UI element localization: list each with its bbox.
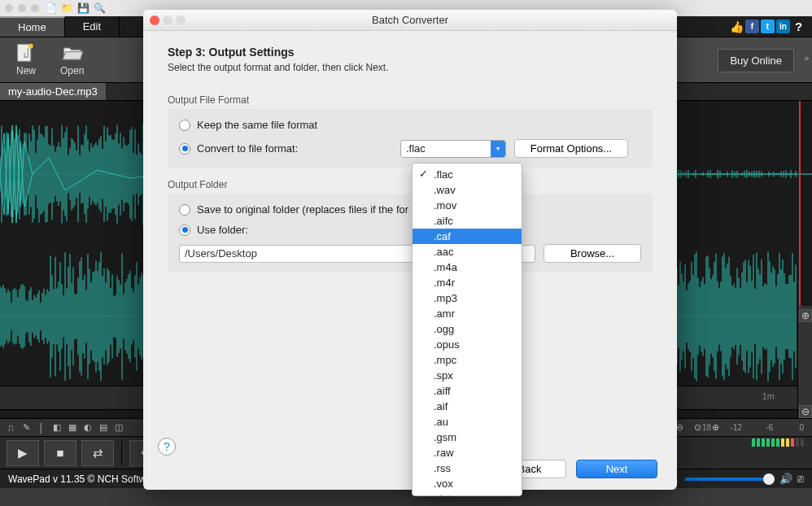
volume-high-icon: 🔊 — [779, 473, 792, 485]
dropdown-option[interactable]: .spx — [413, 368, 522, 383]
volume-thumb[interactable] — [763, 473, 775, 485]
linkedin-icon[interactable]: in — [776, 20, 790, 33]
format-dropdown[interactable]: .flac ▾ — [400, 140, 506, 158]
loop-button[interactable]: ⇄ — [81, 440, 114, 466]
dropdown-option[interactable]: .mp3 — [413, 290, 522, 306]
folder-icon[interactable]: 📁 — [60, 2, 73, 15]
dropdown-option[interactable]: .aif — [413, 399, 522, 414]
step-heading: Step 3: Output Settings — [168, 46, 653, 59]
zoom-in-icon[interactable]: ⊕ — [708, 421, 723, 435]
open-button[interactable]: Open — [60, 44, 84, 76]
waveform-tool-icon[interactable]: ⎍ — [3, 421, 18, 435]
dropdown-option[interactable]: .aac — [413, 244, 522, 260]
dropdown-option[interactable]: .mpc — [413, 352, 522, 368]
dropdown-option[interactable]: .ogg — [413, 321, 522, 337]
dialog-help-button[interactable]: ? — [158, 438, 176, 456]
minimize-icon — [163, 15, 172, 25]
step-subtext: Select the output format and folder, the… — [168, 62, 653, 73]
mixer-icon[interactable]: ⎚ — [797, 473, 804, 485]
dropdown-option[interactable]: .amr — [413, 306, 522, 321]
dropdown-option[interactable]: .mov — [413, 198, 522, 213]
tool-icon[interactable]: ◫ — [111, 421, 126, 435]
dropdown-option[interactable]: .wav — [413, 182, 522, 198]
save-icon[interactable]: 💾 — [76, 2, 89, 15]
music-file-icon — [15, 44, 37, 63]
dialog-titlebar[interactable]: Batch Converter — [143, 10, 677, 31]
window-dot — [18, 4, 26, 12]
dropdown-option[interactable]: .aifc — [413, 213, 522, 229]
browse-button[interactable]: Browse... — [544, 244, 641, 263]
tool-icon[interactable]: ▦ — [65, 421, 80, 435]
dropdown-option[interactable]: .dct — [413, 491, 522, 506]
pencil-tool-icon[interactable]: ✎ — [19, 421, 33, 435]
dropdown-option[interactable]: .m4r — [413, 275, 522, 290]
dropdown-option[interactable]: .raw — [413, 445, 522, 460]
format-dropdown-menu[interactable]: .flac.wav.mov.aifc.caf.aac.m4a.m4r.mp3.a… — [412, 163, 522, 496]
close-icon[interactable] — [150, 15, 159, 25]
buy-online-button[interactable]: Buy Online — [718, 49, 794, 72]
radio-icon[interactable] — [179, 143, 190, 155]
play-button[interactable]: ▶ — [7, 440, 39, 466]
social-bar: 👍 f t in ? — [730, 16, 812, 37]
volume-track[interactable] — [685, 478, 775, 481]
radio-use-folder[interactable]: Use folder: — [179, 224, 641, 236]
new-label: New — [16, 65, 36, 76]
batch-converter-dialog: Batch Converter Step 3: Output Settings … — [143, 10, 677, 490]
zoom-out-vertical-icon[interactable]: ⊖ — [799, 405, 812, 418]
dropdown-option[interactable]: .au — [413, 414, 522, 430]
dropdown-option[interactable]: .gsm — [413, 430, 522, 445]
file-tab[interactable]: my-audio-Dec.mp3 — [0, 83, 107, 100]
facebook-icon[interactable]: f — [745, 20, 759, 33]
dropdown-option[interactable]: .opus — [413, 337, 522, 352]
twitter-icon[interactable]: t — [761, 20, 775, 33]
dropdown-option[interactable]: .rss — [413, 460, 522, 476]
folder-group-label: Output Folder — [168, 179, 653, 190]
svg-point-1 — [28, 43, 33, 48]
search-icon[interactable]: 🔍 — [93, 2, 106, 15]
db-label: -12 — [724, 423, 742, 432]
tab-edit[interactable]: Edit — [65, 16, 120, 37]
dropdown-value: .flac — [406, 142, 426, 155]
help-icon[interactable]: ? — [792, 20, 805, 33]
marker-tool-icon[interactable]: │ — [34, 421, 49, 435]
vertical-zoom-bar: ⊕ ⊖ — [797, 306, 812, 418]
radio-label: Use folder: — [197, 224, 248, 236]
dropdown-option[interactable]: .aiff — [413, 383, 522, 399]
tab-home[interactable]: Home — [0, 16, 65, 37]
level-meter — [752, 438, 804, 447]
new-button[interactable]: New — [15, 44, 37, 76]
format-group: Keep the same file format Convert to fil… — [168, 109, 653, 168]
folder-open-icon — [61, 44, 84, 63]
zoom-in-vertical-icon[interactable]: ⊕ — [799, 309, 812, 322]
radio-keep-format[interactable]: Keep the same file format — [179, 119, 641, 131]
dropdown-option[interactable]: .vox — [413, 476, 522, 491]
radio-original-folder[interactable]: Save to original folder (replaces files … — [179, 203, 641, 216]
radio-icon[interactable] — [179, 204, 190, 216]
tool-icon[interactable]: ◐ — [81, 421, 95, 435]
doc-icon[interactable]: 📄 — [44, 2, 57, 15]
radio-icon[interactable] — [179, 120, 190, 131]
next-button[interactable]: Next — [576, 460, 657, 478]
radio-icon[interactable] — [179, 225, 190, 236]
radio-label: Convert to file format: — [197, 142, 298, 155]
tool-icon[interactable]: ▤ — [96, 421, 111, 435]
zoom-fit-icon[interactable]: ⊙ — [690, 421, 705, 435]
window-dot — [5, 4, 13, 12]
open-label: Open — [60, 65, 84, 76]
radio-convert-format[interactable]: Convert to file format: — [179, 142, 392, 155]
toolbar-overflow-icon[interactable]: » — [804, 54, 809, 63]
like-icon[interactable]: 👍 — [730, 20, 744, 33]
db-label: -6 — [755, 423, 773, 432]
format-group-label: Output File Format — [168, 94, 653, 106]
stop-button[interactable]: ■ — [44, 440, 76, 466]
tool-icon[interactable]: ◧ — [50, 421, 64, 435]
maximize-icon — [176, 15, 186, 25]
dropdown-option[interactable]: .flac — [413, 167, 522, 182]
volume-slider[interactable]: 🔈 🔊 ⎚ — [667, 473, 804, 485]
chevron-down-icon: ▾ — [491, 141, 505, 157]
timeline-marker: 1m — [762, 391, 775, 401]
dropdown-option[interactable]: .caf — [413, 229, 522, 244]
app-version: WavePad v 11.35 © NCH Software — [8, 473, 159, 485]
format-options-button[interactable]: Format Options... — [514, 139, 628, 158]
dropdown-option[interactable]: .m4a — [413, 260, 522, 275]
